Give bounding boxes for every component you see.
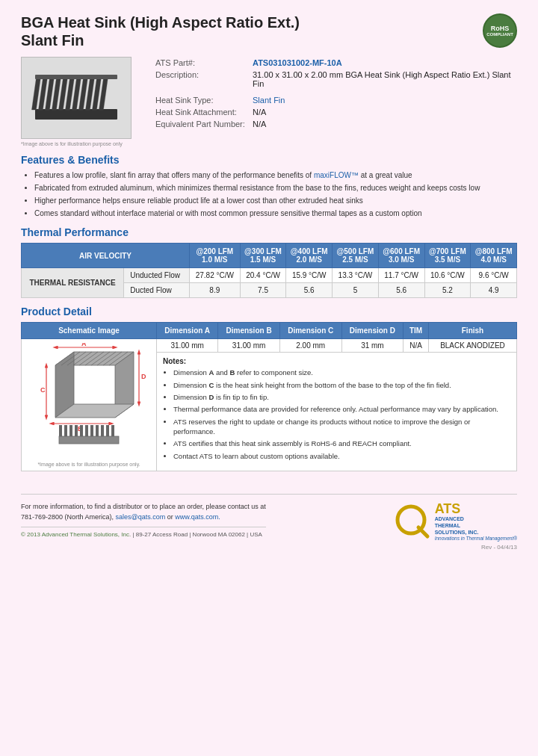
- dim-c-value: 2.00 mm: [279, 339, 341, 353]
- svg-rect-37: [59, 425, 62, 436]
- product-image-box: [21, 57, 132, 139]
- svg-rect-44: [96, 425, 99, 436]
- col1-header: @200 LFM1.0 M/S: [189, 244, 240, 268]
- col4-header: @500 LFM2.5 M/S: [333, 244, 379, 268]
- header: BGA Heat Sink (High Aspect Ratio Ext.) S…: [21, 13, 517, 49]
- dim-a-header: Dimension A: [157, 323, 218, 339]
- dim-c-header: Dimension C: [279, 323, 341, 339]
- product-info: *Image above is for illustration purpose…: [21, 57, 517, 146]
- ats-tagline: Innovations in Thermal Management®: [435, 536, 517, 541]
- note-7: Contact ATS to learn about custom option…: [173, 451, 510, 461]
- dim-b-value: 31.00 mm: [218, 339, 280, 353]
- equiv-part-label: Equivalent Part Number:: [152, 118, 250, 130]
- rohs-text: RoHS: [491, 25, 510, 32]
- unducted-val-6: 10.6 °C/W: [424, 268, 471, 283]
- unducted-val-7: 9.6 °C/W: [471, 268, 517, 283]
- footer-copyright: © 2013 Advanced Thermal Solutions, Inc.: [21, 531, 131, 538]
- ducted-val-7: 4.9: [471, 283, 517, 298]
- note-3: Dimension D is fin tip to fin tip.: [173, 392, 510, 402]
- description-value: 31.00 x 31.00 x 2.00 mm BGA Heat Sink (H…: [250, 69, 517, 90]
- product-detail-table: Schematic Image Dimension A Dimension B …: [21, 322, 517, 471]
- dim-d-header: Dimension D: [341, 323, 404, 339]
- ducted-val-4: 5: [333, 283, 379, 298]
- equiv-part-value: N/A: [250, 118, 517, 130]
- feature-item-4: Comes standard without interface materia…: [34, 208, 517, 219]
- schematic-svg: C B A D: [25, 343, 152, 459]
- tim-value: N/A: [404, 339, 429, 353]
- product-detail-title: Product Detail: [21, 306, 517, 317]
- col7-header: @800 LFM4.0 M/S: [471, 244, 517, 268]
- ats-q-logo: [395, 504, 430, 539]
- unducted-label: Unducted Flow: [124, 268, 190, 283]
- footer-section: For more information, to find a distribu…: [21, 494, 517, 551]
- footer-contact: For more information, to find a distribu…: [21, 502, 266, 522]
- dim-a-value: 31.00 mm: [157, 339, 218, 353]
- svg-rect-45: [101, 425, 104, 436]
- finish-header: Finish: [428, 323, 516, 339]
- note-2: Dimension C is the heat sink height from…: [173, 380, 510, 390]
- col2-header: @300 LFM1.5 M/S: [240, 244, 286, 268]
- svg-rect-43: [90, 425, 93, 436]
- page-title: BGA Heat Sink (High Aspect Ratio Ext.) S…: [21, 13, 300, 49]
- svg-rect-41: [80, 425, 83, 436]
- attachment-label: Heat Sink Attachment:: [152, 106, 250, 118]
- footer-contact-text: For more information, to find a distribu…: [21, 503, 266, 510]
- ducted-val-2: 7.5: [240, 283, 286, 298]
- part-label: ATS Part#:: [152, 57, 250, 69]
- note-6: ATS certifies that this heat sink assemb…: [173, 439, 510, 448]
- part-number-value: ATS031031002-MF-10A: [250, 57, 517, 69]
- header-title: BGA Heat Sink (High Aspect Ratio Ext.) S…: [21, 13, 300, 49]
- col6-header: @700 LFM3.5 M/S: [424, 244, 471, 268]
- product-detail-header-row: Schematic Image Dimension A Dimension B …: [22, 323, 517, 339]
- product-details: ATS Part#: ATS031031002-MF-10A Descripti…: [152, 57, 517, 146]
- svg-rect-0: [35, 109, 117, 120]
- unducted-val-2: 20.4 °C/W: [240, 268, 286, 283]
- footer-phone: 781-769-2800 (North America),: [21, 513, 114, 521]
- compliant-text: COMPLIANT: [486, 32, 513, 37]
- detail-table: ATS Part#: ATS031031002-MF-10A Descripti…: [152, 57, 517, 130]
- unducted-row: THERMAL RESISTANCE Unducted Flow 27.82 °…: [22, 268, 517, 283]
- col3-header: @400 LFM2.0 M/S: [286, 244, 333, 268]
- finish-value: BLACK ANODIZED: [428, 339, 516, 353]
- ducted-val-6: 5.2: [424, 283, 471, 298]
- svg-text:C: C: [40, 386, 46, 394]
- unducted-val-4: 13.3 °C/W: [333, 268, 379, 283]
- attachment-row: Heat Sink Attachment: N/A: [152, 106, 517, 118]
- air-velocity-header: AIR VELOCITY: [22, 244, 190, 268]
- svg-rect-42: [85, 425, 88, 436]
- svg-rect-40: [75, 425, 78, 436]
- svg-rect-39: [69, 425, 72, 436]
- svg-text:A: A: [81, 343, 87, 347]
- unducted-val-5: 11.7 °C/W: [378, 268, 424, 283]
- rev-text: Rev - 04/4/13: [481, 544, 517, 551]
- footer-bottom: © 2013 Advanced Thermal Solutions, Inc. …: [21, 527, 266, 539]
- description-row: Description: 31.00 x 31.00 x 2.00 mm BGA…: [152, 69, 517, 90]
- dim-b-header: Dimension B: [218, 323, 280, 339]
- image-caption: *Image above is for illustration purpose…: [21, 141, 140, 146]
- ducted-val-1: 8.9: [189, 283, 240, 298]
- note-5: ATS reserves the right to update or chan…: [173, 417, 510, 437]
- maxiflow-link: maxiFLOW™: [314, 171, 359, 179]
- equiv-part-row: Equivalent Part Number: N/A: [152, 118, 517, 130]
- notes-title: Notes:: [163, 357, 510, 365]
- product-image-area: *Image above is for illustration purpose…: [21, 57, 140, 146]
- thermal-resistance-label: THERMAL RESISTANCE: [22, 268, 124, 298]
- dim-d-value: 31 mm: [341, 339, 404, 353]
- ats-big-label: ATS: [435, 502, 517, 515]
- ats-full-line1: ADVANCED: [435, 515, 517, 522]
- unducted-val-3: 15.9 °C/W: [286, 268, 333, 283]
- footer-website[interactable]: www.qats.com.: [175, 513, 220, 521]
- footer-email[interactable]: sales@qats.com: [116, 513, 166, 521]
- schematic-cell: C B A D: [22, 339, 157, 471]
- ducted-val-3: 5.6: [286, 283, 333, 298]
- tim-header: TIM: [404, 323, 429, 339]
- svg-rect-38: [64, 425, 67, 436]
- heat-sink-type-value: Slant Fin: [250, 94, 517, 106]
- part-number-row: ATS Part#: ATS031031002-MF-10A: [152, 57, 517, 69]
- ducted-val-5: 5.6: [378, 283, 424, 298]
- heat-sink-type-row: Heat Sink Type: Slant Fin: [152, 94, 517, 106]
- note-1: Dimension A and B refer to component siz…: [173, 368, 510, 377]
- schematic-caption: *Image above is for illustration purpose…: [25, 462, 152, 467]
- description-label: Description:: [152, 69, 250, 90]
- ats-logo: ATS ADVANCED THERMAL SOLUTIONS, INC. Inn…: [395, 502, 517, 541]
